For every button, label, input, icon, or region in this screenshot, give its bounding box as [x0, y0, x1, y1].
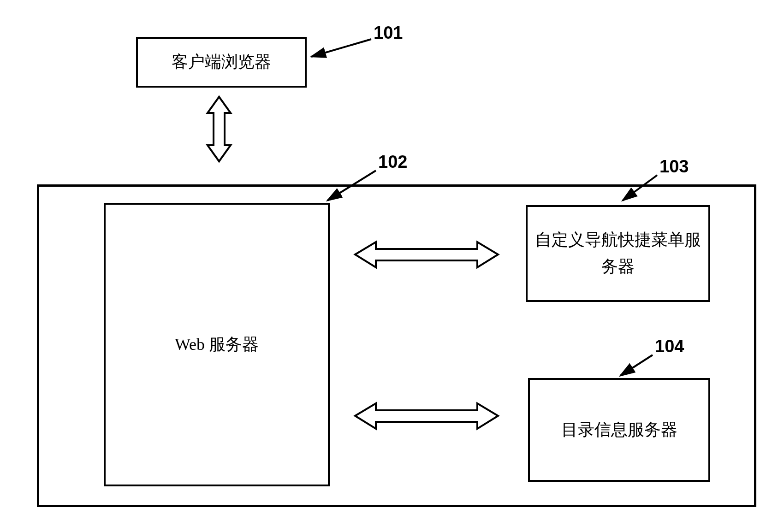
custom-nav-box: 自定义导航快捷菜单服务器: [526, 205, 710, 302]
arrow-104: [616, 353, 655, 380]
web-server-text: Web 服务器: [175, 331, 259, 358]
custom-nav-text: 自定义导航快捷菜单服务器: [532, 227, 704, 280]
arrow-101: [307, 39, 371, 62]
svg-marker-2: [208, 97, 231, 161]
web-server-box: Web 服务器: [104, 203, 330, 486]
svg-marker-10: [355, 403, 498, 429]
svg-line-9: [620, 355, 653, 376]
svg-marker-7: [355, 242, 498, 267]
client-browser-box: 客户端浏览器: [136, 37, 307, 88]
svg-line-4: [327, 171, 376, 201]
dir-info-box: 目录信息服务器: [528, 378, 710, 482]
double-arrow-vertical: [205, 97, 233, 161]
label-101: 101: [374, 23, 403, 43]
dir-info-text: 目录信息服务器: [561, 417, 677, 443]
label-104: 104: [655, 337, 684, 356]
svg-line-6: [623, 175, 657, 201]
double-arrow-bottom: [355, 401, 498, 431]
svg-line-1: [311, 39, 371, 57]
label-102: 102: [378, 152, 407, 172]
double-arrow-top: [355, 240, 498, 270]
arrow-102: [323, 168, 378, 205]
client-browser-text: 客户端浏览器: [172, 49, 271, 76]
arrow-103: [618, 173, 659, 205]
label-103: 103: [659, 157, 689, 177]
